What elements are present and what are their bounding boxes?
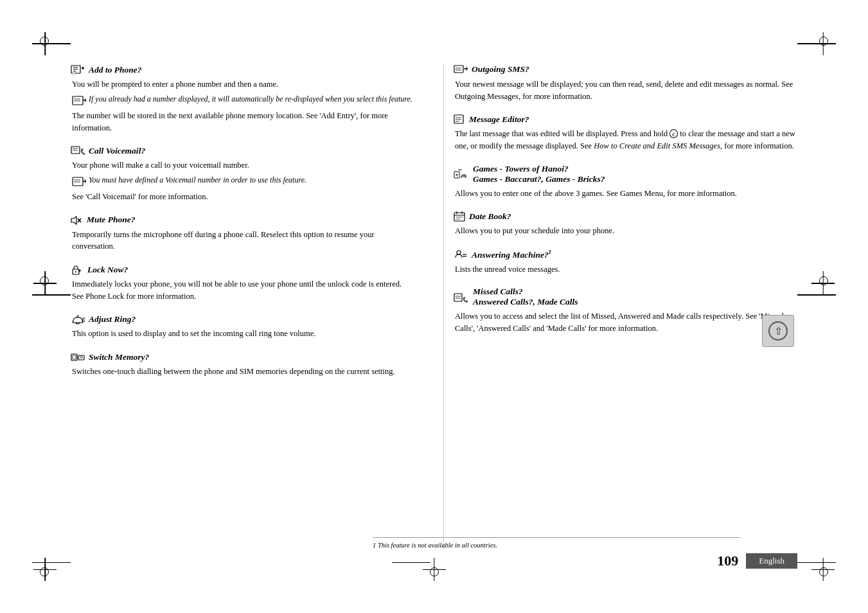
section-answering-machine: Answering Machine?1 Lists the unread voi… — [454, 249, 797, 275]
up-arrow-icon: ⇧ — [768, 321, 788, 341]
adjust-ring-icon — [71, 314, 86, 325]
section-missed-calls: 📞 Missed Calls?Answered Calls?, Made Cal… — [454, 287, 797, 335]
games-body: Allows you to enter one of the above 3 g… — [455, 188, 797, 200]
footnote-text: 1 This feature is not available in all c… — [373, 542, 740, 549]
add-to-phone-note: If you already had a number displayed, i… — [72, 94, 414, 107]
missed-calls-icon: 📞 — [454, 292, 470, 303]
message-editor-icon — [454, 114, 466, 125]
mute-phone-body: Temporarily turns the microphone off dur… — [72, 229, 414, 253]
svg-rect-34 — [454, 115, 463, 123]
section-title-call-voicemail: 📞 Call Voicemail? — [71, 145, 414, 156]
date-book-title: Date Book? — [469, 211, 511, 222]
page-number: 109 — [717, 553, 738, 569]
call-voicemail-icon: 📞 — [71, 145, 86, 156]
svg-rect-25 — [83, 318, 85, 321]
switch-memory-body: Switches one-touch dialling between the … — [72, 366, 414, 378]
section-title-adjust-ring: Adjust Ring? — [71, 314, 414, 325]
page: 📋 Add to Phone? You will be prompted to … — [0, 0, 868, 613]
lock-now-title: Lock Now? — [87, 265, 128, 275]
add-to-phone-body: You will be prompted to enter a phone nu… — [72, 78, 414, 134]
svg-text:📞: 📞 — [461, 296, 469, 303]
section-title-message-editor: Message Editor? — [454, 114, 797, 125]
section-call-voicemail: 📞 Call Voicemail? Your phone will make a… — [71, 145, 414, 202]
section-games: 🎮 Games - Towers of Hanoi?Games - Baccar… — [454, 164, 797, 200]
mute-phone-title: Mute Phone? — [87, 215, 135, 225]
message-editor-title: Message Editor? — [469, 114, 529, 125]
answering-machine-title: Answering Machine?1 — [472, 249, 551, 260]
section-adjust-ring: Adjust Ring? This option is used to disp… — [71, 314, 414, 341]
mute-phone-icon — [71, 215, 84, 226]
add-to-phone-icon: 📋 — [71, 64, 86, 75]
svg-rect-26 — [71, 354, 77, 360]
missed-calls-title: Missed Calls?Answered Calls?, Made Calls — [473, 287, 578, 307]
section-outgoing-sms: Outgoing SMS? Your newest message will b… — [454, 64, 797, 102]
right-column: Outgoing SMS? Your newest message will b… — [443, 64, 797, 549]
svg-marker-17 — [71, 217, 76, 224]
adjust-ring-body: This option is used to display and to se… — [72, 328, 414, 340]
adjust-ring-title: Adjust Ring? — [89, 314, 136, 324]
call-voicemail-body: Your phone will make a call to your voic… — [72, 159, 414, 203]
date-book-icon — [454, 211, 466, 222]
section-date-book: Date Book? Allows you to put your schedu… — [454, 211, 797, 238]
section-title-missed-calls: 📞 Missed Calls?Answered Calls?, Made Cal… — [454, 287, 797, 307]
missed-calls-body: Allows you to access and select the list… — [455, 310, 797, 335]
outgoing-sms-title: Outgoing SMS? — [472, 64, 529, 75]
section-add-to-phone: 📋 Add to Phone? You will be prompted to … — [71, 64, 414, 134]
svg-point-23 — [75, 271, 76, 272]
outgoing-sms-icon — [454, 64, 469, 75]
section-title-answering-machine: Answering Machine?1 — [454, 249, 797, 260]
svg-rect-43 — [454, 213, 465, 221]
svg-rect-52 — [454, 294, 462, 301]
section-title-outgoing-sms: Outgoing SMS? — [454, 64, 797, 75]
call-voicemail-title: Call Voicemail? — [89, 146, 145, 156]
section-message-editor: Message Editor? The last message that wa… — [454, 114, 797, 152]
call-voicemail-note: You must have defined a Voicemail number… — [72, 175, 414, 188]
footnote-area: 1 This feature is not available in all c… — [373, 537, 740, 549]
answering-machine-body: Lists the unread voice messages. — [455, 263, 797, 276]
svg-point-24 — [77, 315, 79, 317]
section-mute-phone: Mute Phone? Temporarily turns the microp… — [71, 215, 414, 253]
section-title-lock-now: Lock Now? — [71, 264, 414, 275]
lock-now-body: Immediately locks your phone, you will n… — [72, 278, 414, 303]
section-title-add-to-phone: 📋 Add to Phone? — [71, 64, 414, 75]
note-icon-2 — [72, 175, 86, 188]
content-area: 📋 Add to Phone? You will be prompted to … — [71, 64, 797, 549]
games-title: Games - Towers of Hanoi?Games - Baccarat… — [473, 164, 605, 184]
svg-text:📞: 📞 — [79, 148, 85, 155]
add-to-phone-title: Add to Phone? — [89, 65, 142, 75]
page-footer: 109 English — [717, 553, 797, 569]
outgoing-sms-body: Your newest message will be displayed; y… — [455, 78, 797, 103]
svg-rect-10 — [71, 147, 80, 154]
left-column: 📋 Add to Phone? You will be prompted to … — [71, 64, 424, 549]
svg-text:🎮: 🎮 — [459, 173, 468, 179]
lock-now-icon — [71, 264, 85, 275]
answering-machine-icon — [454, 249, 469, 260]
svg-point-41 — [459, 169, 461, 170]
svg-rect-27 — [73, 355, 76, 359]
svg-rect-7 — [73, 96, 83, 105]
date-book-body: Allows you to put your schedule into you… — [455, 225, 797, 237]
switch-memory-title: Switch Memory? — [89, 352, 149, 362]
svg-rect-31 — [454, 66, 463, 73]
section-switch-memory: Switch Memory? Switches one-touch dialli… — [71, 351, 414, 378]
section-title-mute-phone: Mute Phone? — [71, 215, 414, 226]
games-icon: 🎮 — [454, 168, 470, 179]
switch-memory-icon — [71, 351, 86, 362]
svg-point-49 — [457, 251, 461, 254]
language-badge: English — [746, 553, 797, 569]
svg-rect-28 — [78, 355, 84, 360]
message-editor-body: The last message that was edited will be… — [455, 128, 797, 152]
section-title-date-book: Date Book? — [454, 211, 797, 222]
section-title-games: 🎮 Games - Towers of Hanoi?Games - Baccar… — [454, 164, 797, 184]
note-icon — [72, 94, 86, 107]
section-title-switch-memory: Switch Memory? — [71, 351, 414, 362]
svg-rect-14 — [73, 177, 83, 186]
section-lock-now: Lock Now? Immediately locks your phone, … — [71, 264, 414, 302]
up-arrow-button[interactable]: ⇧ — [762, 315, 794, 347]
